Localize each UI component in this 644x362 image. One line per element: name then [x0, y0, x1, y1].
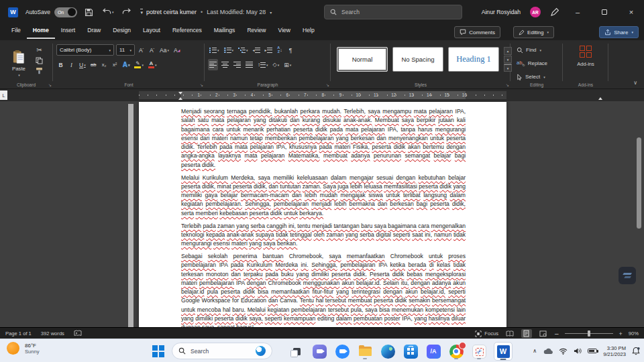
wifi-icon[interactable] [559, 348, 568, 355]
change-case-button[interactable]: Aa▾ [158, 44, 170, 56]
title-chevron-icon[interactable]: ▾ [270, 10, 272, 15]
weather-widget[interactable]: 86°F Sunny [7, 342, 40, 355]
paste-button[interactable]: Paste ▾ [5, 44, 32, 82]
subscript-button[interactable]: x₂ [100, 59, 109, 70]
word-count[interactable]: 392 words [41, 330, 64, 337]
save-icon[interactable] [85, 8, 93, 17]
superscript-button[interactable]: x² [111, 59, 119, 70]
bullets-button[interactable]: ▾ [208, 44, 221, 56]
proofing-icon[interactable] [74, 330, 82, 337]
search-input[interactable]: Search [324, 5, 462, 19]
increase-indent-button[interactable]: ▸ [264, 44, 274, 56]
comments-button[interactable]: Comments [454, 26, 500, 38]
highlight-button[interactable]: ✎▾ [133, 59, 145, 70]
print-layout-button[interactable] [521, 329, 532, 338]
chat-button[interactable] [311, 343, 327, 359]
edge-button[interactable] [380, 343, 396, 359]
zoom-in-button[interactable]: + [619, 330, 623, 337]
italic-button[interactable]: I [67, 59, 76, 70]
tab-view[interactable]: View [272, 24, 297, 39]
multilevel-list-button[interactable]: ▾ [237, 44, 250, 56]
read-mode-button[interactable] [504, 329, 515, 338]
task-view-button[interactable] [288, 343, 305, 359]
onedrive-icon[interactable] [543, 348, 553, 355]
pen-icon[interactable] [550, 7, 559, 17]
overlay-capture-icon[interactable] [619, 267, 636, 284]
page-indicator[interactable]: Page 1 of 1 [5, 330, 32, 337]
zoom-slider[interactable] [565, 333, 613, 335]
tray-chevron-icon[interactable]: ∧ [533, 348, 537, 354]
web-layout-button[interactable] [538, 329, 549, 338]
font-color-button[interactable]: A▾ [147, 59, 158, 70]
document-page[interactable]: Menjadi seorang ternaga pendidik, bukanl… [139, 102, 506, 327]
volume-icon[interactable] [574, 347, 582, 355]
show-paragraph-marks-button[interactable]: ¶ [286, 44, 295, 56]
redo-icon[interactable] [122, 8, 131, 16]
zoom-level[interactable]: 90% [629, 330, 639, 337]
line-spacing-button[interactable]: ↕▾ [256, 59, 270, 70]
minimize-button[interactable]: – [569, 0, 586, 24]
addins-button[interactable]: Add-ins [564, 46, 608, 67]
zoom-slider-thumb[interactable] [588, 330, 590, 337]
editing-mode-button[interactable]: Editing ▾ [513, 26, 554, 38]
tab-draw[interactable]: Draw [81, 24, 107, 39]
style-heading-1[interactable]: Heading 1 [448, 47, 499, 72]
snipping-tool-button[interactable]: ✂ [471, 343, 487, 359]
style-no-spacing[interactable]: No Spacing [392, 47, 443, 72]
right-indent-marker[interactable] [598, 95, 602, 100]
decrease-indent-button[interactable]: ◂ [252, 44, 262, 56]
numbering-button[interactable]: ▾ [223, 44, 235, 56]
undo-dropdown-icon[interactable]: ▾ [112, 10, 114, 14]
shading-button[interactable]: ◇▾ [272, 59, 281, 70]
strikethrough-button[interactable]: ab [89, 59, 98, 70]
file-explorer-button[interactable] [357, 343, 373, 359]
document-text[interactable]: Menjadi seorang ternaga pendidik, bukanl… [181, 107, 466, 327]
vertical-scrollbar[interactable] [637, 137, 641, 229]
tab-layout[interactable]: Layout [137, 24, 166, 39]
style-normal[interactable]: Normal [337, 47, 388, 72]
shrink-font-button[interactable]: Aˇ [148, 44, 156, 56]
font-size-select[interactable]: 11▾ [116, 44, 135, 56]
replace-button[interactable]: ab↻ Replace [517, 58, 547, 69]
designer-app-button[interactable]: /A [425, 343, 441, 359]
maximize-button[interactable] [596, 0, 613, 24]
grow-font-button[interactable]: Aˆ [137, 44, 146, 56]
vertical-ruler[interactable] [128, 104, 133, 327]
collapse-ribbon-icon[interactable]: ∨ [633, 80, 637, 86]
font-dialog-launcher-icon[interactable]: ↘ [200, 82, 203, 87]
tray-clock[interactable]: 3:30 PM 9/21/2023 [603, 345, 626, 357]
document-title[interactable]: potret ceirta kumer • Last Modified: May… [146, 0, 272, 24]
clipboard-dialog-launcher-icon[interactable]: ↘ [48, 82, 52, 87]
zoom-out-button[interactable]: – [555, 330, 559, 337]
autosave-toggle[interactable]: On [54, 7, 77, 17]
justify-button[interactable] [244, 59, 254, 70]
word-taskbar-button[interactable]: W [494, 342, 513, 361]
bold-button[interactable]: B [56, 59, 65, 70]
undo-button[interactable]: ▾ [102, 8, 114, 16]
find-button[interactable]: Find▾ [517, 44, 541, 56]
store-button[interactable] [402, 343, 419, 359]
start-button[interactable] [150, 343, 166, 359]
tab-selector[interactable]: L [0, 90, 7, 100]
battery-icon[interactable] [588, 349, 597, 353]
tab-insert[interactable]: Insert [55, 24, 82, 39]
sort-button[interactable]: AZ↓ [276, 44, 284, 56]
select-button[interactable]: Select▾ [517, 71, 545, 82]
copy-icon[interactable] [36, 57, 43, 64]
close-button[interactable]: × [623, 0, 640, 24]
tab-file[interactable]: File [5, 24, 27, 39]
chrome-button[interactable] [448, 343, 464, 359]
paragraph-dialog-launcher-icon[interactable]: ↘ [326, 82, 329, 87]
align-right-button[interactable] [232, 59, 242, 70]
borders-button[interactable]: ⊞▾ [282, 59, 292, 70]
cut-icon[interactable]: ✂ [35, 45, 44, 54]
underline-button[interactable]: U▾ [78, 59, 87, 70]
bell-icon[interactable] [632, 347, 640, 355]
tab-references[interactable]: References [166, 24, 208, 39]
share-button[interactable]: Share ▾ [599, 26, 639, 38]
taskbar-search[interactable]: Search [172, 343, 272, 359]
styles-dialog-launcher-icon[interactable]: ↘ [506, 82, 509, 87]
zoom-app-button[interactable] [334, 343, 350, 359]
autosave-control[interactable]: AutoSave On [25, 7, 77, 17]
align-center-button[interactable] [220, 59, 230, 70]
